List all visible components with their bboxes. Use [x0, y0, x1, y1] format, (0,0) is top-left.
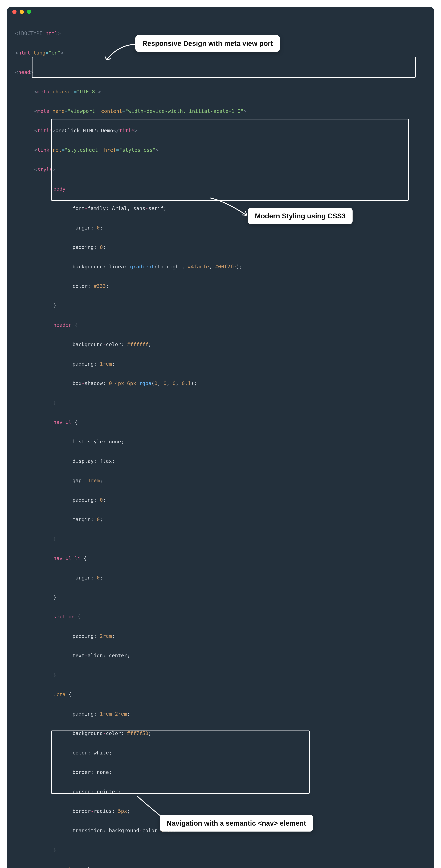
- code-line: .cta {: [7, 689, 434, 699]
- code-line: <meta name="viewport" content="width=dev…: [7, 106, 434, 116]
- code-line: padding: 2rem;: [7, 631, 434, 641]
- window-titlebar: [7, 7, 434, 17]
- code-line: .cta:hover {: [7, 865, 434, 868]
- code-line: font-family: Arial, sans-serif;: [7, 204, 434, 213]
- code-line: box-shadow: 0 4px 6px rgba(0, 0, 0, 0.1)…: [7, 378, 434, 388]
- code-line: gap: 1rem;: [7, 476, 434, 485]
- code-line: color: white;: [7, 748, 434, 757]
- code-line: padding: 1rem;: [7, 359, 434, 369]
- code-line: nav ul li {: [7, 553, 434, 563]
- code-line: section {: [7, 612, 434, 621]
- code-line: background-color: #ff7f50;: [7, 728, 434, 738]
- callout-nav: Navigation with a semantic <nav> element: [160, 815, 313, 832]
- code-line: <head>: [7, 67, 434, 77]
- code-line: background-color: #ffffff;: [7, 340, 434, 349]
- code-line: <meta charset="UTF-8">: [7, 87, 434, 96]
- code-editor-window: <!DOCTYPE html> <html lang="en"> <head> …: [7, 7, 434, 868]
- minimize-icon[interactable]: [20, 10, 24, 14]
- code-line: color: #333;: [7, 281, 434, 291]
- code-line: }: [7, 670, 434, 680]
- code-line: }: [7, 845, 434, 855]
- code-line: padding: 1rem 2rem;: [7, 709, 434, 719]
- code-area: <!DOCTYPE html> <html lang="en"> <head> …: [7, 17, 434, 868]
- code-line: }: [7, 398, 434, 408]
- code-line: }: [7, 301, 434, 310]
- code-line: margin: 0;: [7, 573, 434, 583]
- code-line: body {: [7, 184, 434, 194]
- code-line: border-radius: 5px;: [7, 806, 434, 816]
- code-line: list-style: none;: [7, 437, 434, 446]
- close-icon[interactable]: [12, 10, 17, 14]
- code-line: margin: 0;: [7, 515, 434, 524]
- callout-css3: Modern Styling using CSS3: [248, 208, 353, 224]
- maximize-icon[interactable]: [27, 10, 31, 14]
- code-line: }: [7, 534, 434, 544]
- code-line: <style>: [7, 164, 434, 174]
- code-line: background: linear-gradient(to right, #4…: [7, 262, 434, 272]
- code-line: padding: 0;: [7, 242, 434, 252]
- callout-responsive: Responsive Design with meta view port: [135, 35, 280, 52]
- code-line: header {: [7, 320, 434, 330]
- code-line: border: none;: [7, 767, 434, 777]
- code-line: <title>OneClick HTML5 Demo</title>: [7, 126, 434, 135]
- code-line: text-align: center;: [7, 651, 434, 660]
- page-stage: <!DOCTYPE html> <html lang="en"> <head> …: [0, 0, 441, 868]
- code-line: margin: 0;: [7, 223, 434, 232]
- code-line: }: [7, 592, 434, 602]
- code-line: nav ul {: [7, 417, 434, 427]
- code-line: padding: 0;: [7, 495, 434, 505]
- code-line: <link rel="stylesheet" href="styles.css"…: [7, 145, 434, 155]
- code-line: cursor: pointer;: [7, 787, 434, 797]
- code-line: display: flex;: [7, 456, 434, 466]
